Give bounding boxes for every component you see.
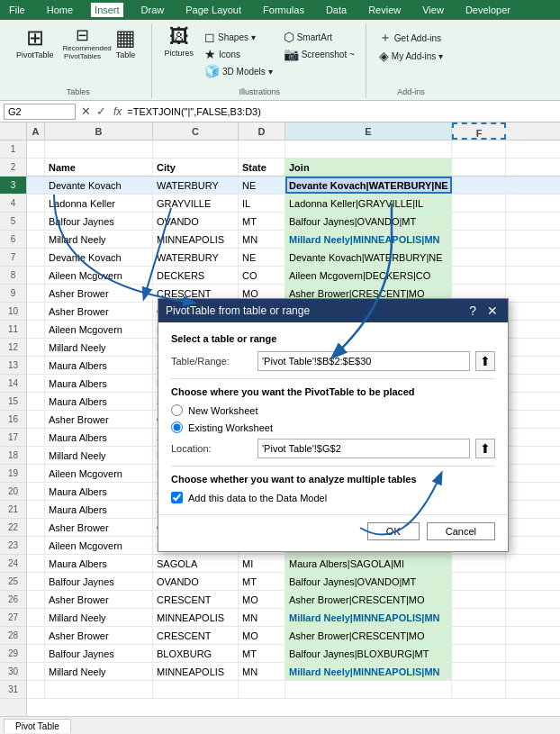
ribbon-group-tables: ⊞ PivotTable ⊟ Recommended PivotTables ▦…: [5, 23, 152, 98]
ribbon-group-illustrations: 🖼 Pictures ◻ Shapes ▾ ★ Icons 🧊 3D Model…: [154, 23, 366, 98]
pivot-table-icon: ⊞: [26, 27, 44, 49]
menu-draw[interactable]: Draw: [138, 3, 168, 17]
get-addins-icon: ＋: [379, 30, 392, 46]
dialog-overlay: PivotTable from table or range ? ✕ Selec…: [0, 122, 560, 734]
table-icon: ▦: [115, 27, 136, 49]
location-row: Location: ⬆: [171, 439, 495, 458]
pivot-table-button[interactable]: ⊞ PivotTable: [13, 25, 58, 63]
dialog-title-bar: PivotTable from table or range ? ✕: [158, 299, 508, 322]
menu-view[interactable]: View: [419, 3, 447, 17]
menu-home[interactable]: Home: [43, 3, 77, 17]
dialog-close-button[interactable]: ✕: [484, 304, 501, 317]
shapes-button[interactable]: ◻ Shapes ▾: [201, 29, 276, 45]
get-addins-button[interactable]: ＋ Get Add-ins: [375, 29, 447, 47]
location-input[interactable]: [257, 439, 470, 458]
menu-bar: File Home Insert Draw Page Layout Formul…: [0, 0, 560, 20]
dialog-divider2: [171, 466, 495, 467]
pivottable-dialog: PivotTable from table or range ? ✕ Selec…: [158, 298, 509, 552]
existing-worksheet-radio[interactable]: [171, 421, 183, 433]
formula-input[interactable]: [127, 106, 556, 117]
screenshot-button[interactable]: 📷 Screenshot ~: [280, 46, 358, 62]
table-range-row: Table/Range: ⬆: [171, 351, 495, 371]
icons-icon: ★: [204, 47, 216, 61]
data-model-label[interactable]: Add this data to the Data Model: [188, 493, 327, 503]
spreadsheet: A B C D E F 1 2 3 4 5 6 7 8 9 10 11 12 1…: [0, 122, 560, 734]
dialog-divider1: [171, 378, 495, 379]
dialog-footer: OK Cancel: [158, 514, 508, 551]
dialog-title-buttons: ? ✕: [466, 304, 501, 317]
menu-developer[interactable]: Developer: [462, 3, 514, 17]
recommended-pivots-icon: ⊟: [76, 27, 89, 43]
location-label: Location:: [171, 443, 252, 454]
table-range-label: Table/Range:: [171, 356, 252, 367]
dialog-help-button[interactable]: ?: [466, 304, 479, 317]
dialog-section3-title: Choose whether you want to analyze multi…: [171, 474, 495, 485]
3d-models-icon: 🧊: [204, 64, 220, 78]
new-worksheet-radio[interactable]: [171, 404, 183, 416]
table-range-input[interactable]: [257, 351, 470, 371]
screenshot-icon: 📷: [284, 47, 299, 61]
recommended-pivots-button[interactable]: ⊟ Recommended PivotTables: [59, 25, 106, 63]
menu-insert[interactable]: Insert: [91, 3, 123, 17]
menu-review[interactable]: Review: [365, 3, 404, 17]
existing-worksheet-label[interactable]: Existing Worksheet: [188, 422, 273, 433]
pictures-icon: 🖼: [169, 27, 189, 47]
cancel-button[interactable]: Cancel: [427, 522, 495, 540]
location-collapse-btn[interactable]: ⬆: [475, 439, 495, 458]
pictures-button[interactable]: 🖼 Pictures: [161, 25, 198, 59]
dialog-content: Select a table or range Table/Range: ⬆ C…: [158, 322, 508, 514]
formula-bar: ✕ ✓ fx: [0, 101, 560, 122]
icons-button[interactable]: ★ Icons: [201, 46, 276, 62]
ribbon: ⊞ PivotTable ⊟ Recommended PivotTables ▦…: [0, 20, 560, 101]
cancel-formula-btn[interactable]: ✕: [79, 104, 93, 118]
smartart-button[interactable]: ⬡ SmartArt: [280, 29, 358, 45]
menu-data[interactable]: Data: [322, 3, 350, 17]
table-range-collapse-btn[interactable]: ⬆: [475, 351, 495, 371]
illustrations-group-label: Illustrations: [239, 86, 280, 96]
fx-label: fx: [113, 105, 122, 118]
name-box[interactable]: [4, 104, 76, 120]
menu-formulas[interactable]: Formulas: [259, 3, 308, 17]
my-addins-button[interactable]: ◈ My Add-ins ▾: [375, 48, 447, 64]
new-worksheet-radio-row: New Worksheet: [171, 404, 495, 416]
screenshot-label: Screenshot ~: [302, 50, 355, 59]
dialog-section1-title: Select a table or range: [171, 333, 495, 344]
confirm-formula-btn[interactable]: ✓: [95, 104, 108, 118]
smartart-icon: ⬡: [284, 30, 294, 44]
table-button[interactable]: ▦ Table: [108, 25, 144, 63]
new-worksheet-label[interactable]: New Worksheet: [188, 405, 257, 416]
my-addins-icon: ◈: [379, 49, 389, 63]
ribbon-group-addins: ＋ Get Add-ins ◈ My Add-ins ▾ Add-ins: [368, 23, 454, 98]
tables-group-label: Tables: [67, 86, 90, 96]
data-model-checkbox[interactable]: [171, 492, 183, 503]
ok-button[interactable]: OK: [367, 522, 420, 540]
3d-models-button[interactable]: 🧊 3D Models ▾: [201, 63, 276, 79]
menu-page-layout[interactable]: Page Layout: [182, 3, 245, 17]
menu-file[interactable]: File: [5, 3, 29, 17]
data-model-checkbox-row: Add this data to the Data Model: [171, 492, 495, 503]
addins-group-label: Add-ins: [397, 86, 425, 96]
shapes-icon: ◻: [204, 30, 215, 44]
dialog-section2-title: Choose where you want the PivotTable to …: [171, 386, 495, 397]
existing-worksheet-radio-row: Existing Worksheet: [171, 421, 495, 433]
dialog-title: PivotTable from table or range: [166, 304, 310, 317]
